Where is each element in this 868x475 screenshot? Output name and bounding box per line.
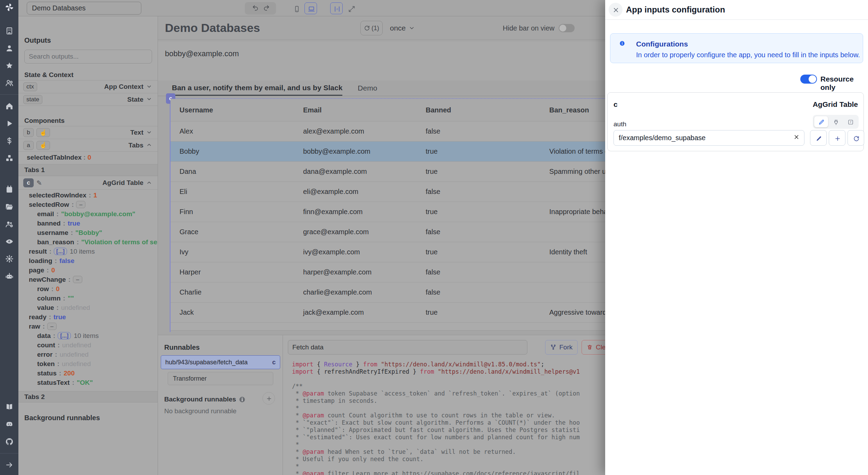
auth-resource-input[interactable] [614, 130, 804, 146]
output-tree-item[interactable]: result:[...]10 items [18, 247, 158, 256]
dollar-icon[interactable] [5, 136, 14, 145]
column-header[interactable]: Banned [426, 106, 549, 114]
state-type: State [127, 96, 143, 103]
table-cell: true [426, 147, 549, 155]
output-tree-item[interactable]: selectedRow:– [18, 200, 158, 209]
github-icon[interactable] [5, 437, 14, 446]
output-tree-item[interactable]: raw:– [18, 322, 158, 331]
component-id: c [614, 100, 618, 109]
redo-icon[interactable] [263, 5, 269, 12]
search-outputs-input[interactable] [24, 50, 152, 63]
outputs-panel: Outputs State & Context ctx App Context … [18, 16, 158, 475]
users-gear-icon[interactable] [5, 220, 14, 229]
undo-icon[interactable] [252, 5, 258, 12]
hide-bar-label: Hide bar on view [503, 24, 554, 32]
table-cell: false [426, 188, 549, 196]
output-tree-item[interactable]: email:"bobby@example.com" [18, 209, 158, 219]
expand-button[interactable] [345, 2, 357, 14]
building-icon[interactable] [5, 26, 14, 35]
robot-icon[interactable] [5, 272, 14, 281]
output-tree-item[interactable]: ban_reason:"Violation of terms of servic… [18, 237, 158, 247]
pencil-icon [818, 119, 824, 125]
table-cell: Bobby [180, 147, 303, 155]
app-name-input[interactable] [27, 2, 141, 15]
output-tree-item[interactable]: status:200 [18, 368, 158, 378]
edit-resource-button[interactable] [810, 130, 827, 146]
output-tree-item[interactable]: selectedRowIndex:1 [18, 190, 158, 200]
transformer-button[interactable]: Transformer [168, 372, 273, 385]
output-tree-item[interactable]: column:"" [18, 294, 158, 303]
tabs2-section[interactable]: Tabs 2 [18, 391, 158, 402]
add-resource-button[interactable] [829, 130, 845, 146]
output-row-ctx[interactable]: ctx App Context [18, 80, 158, 93]
refresh-count: (1) [372, 25, 379, 32]
play-icon[interactable] [5, 119, 14, 128]
output-tree-item[interactable]: count:undefined [18, 340, 158, 350]
component-row-a[interactable]: a ☝ Tabs [18, 139, 158, 152]
component-row-b[interactable]: b ☝ Text [18, 126, 158, 139]
drawer-title: App inputs configuration [626, 5, 725, 15]
boxes-icon[interactable] [5, 154, 14, 163]
eye-icon[interactable] [5, 237, 14, 246]
input-card: c AgGrid Table auth f [607, 92, 864, 151]
tab-demo[interactable]: Demo [358, 84, 377, 96]
output-tree-item[interactable]: statusText:"OK" [18, 378, 158, 387]
a-chip: a [23, 141, 34, 150]
calendar-icon[interactable] [5, 185, 14, 194]
arrow-right-icon[interactable] [5, 460, 14, 469]
book-icon[interactable] [5, 402, 14, 412]
refresh-resource-button[interactable] [848, 130, 864, 146]
hide-bar-toggle[interactable] [559, 24, 575, 32]
output-tree-item[interactable]: token:undefined [18, 359, 158, 368]
auth-field-label: auth [614, 120, 626, 128]
output-tree-item[interactable]: page:0 [18, 265, 158, 275]
output-tree-item[interactable]: data:[...]10 items [18, 331, 158, 340]
close-button[interactable] [609, 3, 623, 17]
eval-mode-button[interactable]: f [843, 116, 857, 127]
tabs1-section[interactable]: Tabs 1 [18, 164, 158, 176]
refresh-button[interactable]: (1) [360, 21, 383, 35]
fork-icon [550, 344, 557, 351]
column-header[interactable]: Username [180, 106, 303, 114]
app-editor: 0 Outputs State & Context ctx App Contex… [0, 0, 868, 475]
home-icon[interactable] [5, 102, 14, 111]
plus-icon [834, 135, 840, 141]
ctx-chip: ctx [23, 82, 37, 91]
fork-button[interactable]: Fork [545, 340, 578, 355]
connect-mode-button[interactable] [829, 116, 843, 127]
output-tree-item[interactable]: newChange:– [18, 275, 158, 284]
gear-icon[interactable] [5, 254, 14, 263]
output-tree-item[interactable]: value:undefined [18, 303, 158, 312]
static-mode-button[interactable] [814, 116, 828, 127]
output-row-state[interactable]: state State [18, 93, 158, 106]
tab-ban-user[interactable]: Ban a user, notify them by email, and us… [172, 84, 342, 96]
team-icon[interactable] [5, 78, 14, 87]
star-icon[interactable] [5, 61, 14, 70]
table-cell: Eli [180, 188, 303, 196]
undo-redo-group [245, 2, 276, 15]
output-tree-item[interactable]: row:0 [18, 284, 158, 294]
output-tree-item[interactable]: username:"Bobby" [18, 228, 158, 237]
add-background-runnable-button[interactable] [262, 392, 275, 405]
runnable-name-input[interactable] [288, 340, 527, 355]
output-tree-item[interactable]: loading:false [18, 256, 158, 265]
folder-icon[interactable] [5, 202, 14, 211]
app-inputs-drawer: App inputs configuration Configurations … [605, 0, 868, 475]
column-header[interactable]: Email [303, 106, 426, 114]
table-cell: false [426, 288, 549, 296]
component-row-c[interactable]: c ✎ AgGrid Table [18, 176, 158, 190]
user-icon[interactable] [5, 44, 14, 53]
output-tree-item[interactable]: ready:true [18, 312, 158, 322]
center-layout-button[interactable]: 0 [330, 2, 343, 14]
runnable-item-fetch-data[interactable]: hub/943/supabase/fetch_data c [161, 355, 280, 369]
pencil-icon[interactable]: ✎ [36, 179, 42, 187]
mobile-view-button[interactable] [290, 2, 302, 14]
resource-only-toggle[interactable] [800, 75, 817, 84]
clear-resource-icon[interactable] [794, 134, 801, 141]
output-tree-item[interactable]: error:undefined [18, 350, 158, 359]
device-toolbar: 0 [290, 2, 357, 15]
discord-icon[interactable] [5, 420, 14, 429]
desktop-view-button[interactable] [304, 2, 317, 14]
output-tree-item[interactable]: banned:true [18, 219, 158, 228]
run-mode-select[interactable]: once [390, 21, 416, 35]
